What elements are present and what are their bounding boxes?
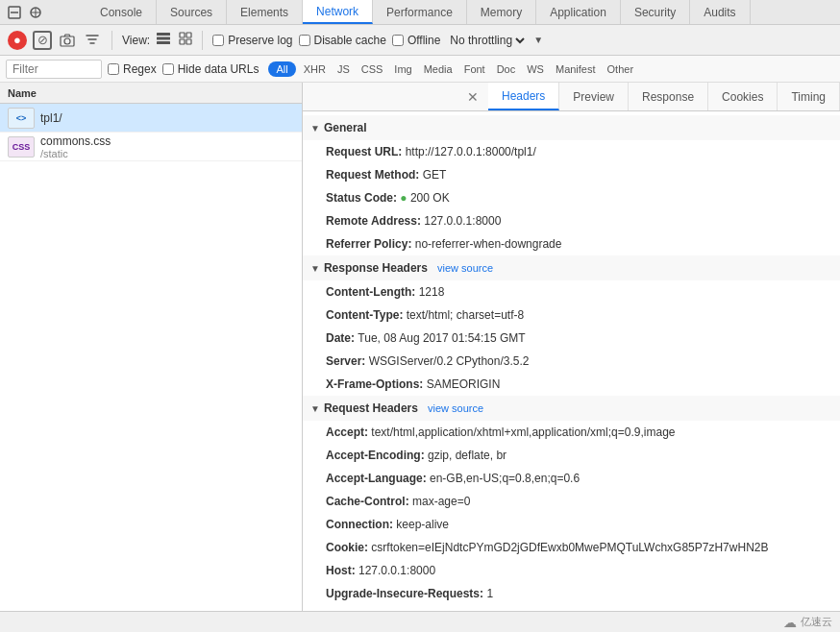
request-url-key: Request URL: — [326, 145, 406, 158]
filter-row: Regex Hide data URLs All XHR JS CSS Img … — [0, 56, 840, 83]
status-code-val: 200 OK — [410, 191, 450, 205]
filter-ws[interactable]: WS — [523, 61, 548, 77]
connection-row: Connection: keep-alive — [303, 513, 840, 536]
filter-font[interactable]: Font — [460, 61, 489, 77]
upgrade-insecure-key: Upgrade-Insecure-Requests: — [326, 587, 486, 600]
host-val: 127.0.0.1:8000 — [358, 564, 435, 577]
tab-response[interactable]: Response — [629, 83, 708, 110]
filter-all[interactable]: All — [268, 61, 295, 77]
offline-label[interactable]: Offline — [408, 34, 440, 47]
hide-data-checkbox[interactable] — [162, 63, 174, 75]
content-length-row: Content-Length: 1218 — [303, 280, 840, 304]
x-frame-row: X-Frame-Options: SAMEORIGIN — [303, 373, 840, 396]
preserve-log-label[interactable]: Preserve log — [228, 34, 292, 47]
tab-elements[interactable]: Elements — [227, 0, 303, 24]
tab-memory[interactable]: Memory — [467, 0, 536, 24]
camera-button[interactable] — [58, 31, 77, 50]
referrer-policy-row: Referrer Policy: no-referrer-when-downgr… — [303, 232, 840, 255]
response-headers-title: Response Headers — [324, 261, 428, 275]
preserve-log-checkbox[interactable] — [212, 35, 224, 46]
filter-input[interactable] — [6, 60, 102, 79]
filter-manifest[interactable]: Manifest — [552, 61, 600, 77]
request-headers-view-source[interactable]: view source — [428, 402, 483, 414]
general-title: General — [324, 121, 367, 134]
server-key: Server: — [326, 354, 369, 368]
response-headers-triangle-icon: ▼ — [310, 263, 320, 274]
referrer-policy-val: no-referrer-when-downgrade — [415, 237, 562, 251]
network-row-commons[interactable]: CSS commons.css /static — [0, 133, 302, 161]
throttle-dropdown-icon[interactable]: ▼ — [533, 35, 543, 45]
tab-audits[interactable]: Audits — [690, 0, 750, 24]
hide-data-label[interactable]: Hide data URLs — [178, 62, 259, 76]
network-row-tpl1[interactable]: <> tpl1/ — [0, 104, 302, 133]
record-button[interactable]: ● — [8, 31, 27, 50]
filter-toggle-button[interactable] — [83, 31, 102, 50]
upgrade-insecure-row: Upgrade-Insecure-Requests: 1 — [303, 582, 840, 605]
request-headers-section-header[interactable]: ▼ Request Headers view source — [303, 396, 840, 421]
server-row: Server: WSGIServer/0.2 CPython/3.5.2 — [303, 350, 840, 373]
referrer-policy-key: Referrer Policy: — [326, 237, 415, 251]
filter-xhr[interactable]: XHR — [300, 61, 330, 77]
content-type-key: Content-Type: — [326, 308, 407, 322]
disable-cache-label[interactable]: Disable cache — [314, 34, 386, 47]
watermark: ☁ 亿速云 — [783, 615, 832, 630]
tab-preview[interactable]: Preview — [559, 83, 629, 110]
preserve-log-group: Preserve log — [212, 34, 292, 47]
filter-media[interactable]: Media — [420, 61, 457, 77]
tab-console[interactable]: Console — [86, 0, 157, 24]
remote-address-key: Remote Address: — [326, 214, 424, 228]
svg-rect-10 — [180, 33, 185, 37]
cache-control-key: Cache-Control: — [326, 495, 412, 508]
remote-address-val: 127.0.0.1:8000 — [424, 214, 501, 228]
view-list-icon[interactable] — [156, 32, 171, 48]
view-grid-icon[interactable] — [179, 32, 192, 48]
request-headers-title: Request Headers — [324, 401, 418, 415]
request-url-row: Request URL: http://127.0.0.1:8000/tpl1/ — [303, 140, 840, 163]
general-section-header[interactable]: ▼ General — [303, 115, 840, 140]
main-content: Name <> tpl1/ CSS commons.css /static — [0, 83, 840, 611]
response-headers-section-header[interactable]: ▼ Response Headers view source — [303, 255, 840, 280]
regex-label[interactable]: Regex — [123, 62, 157, 76]
name-column-header: Name — [8, 87, 37, 99]
tab-headers[interactable]: Headers — [488, 83, 559, 110]
svg-rect-8 — [157, 37, 170, 40]
svg-rect-11 — [186, 33, 191, 37]
request-method-val: GET — [423, 168, 447, 182]
throttle-select[interactable]: No throttling — [446, 33, 528, 48]
tab-performance[interactable]: Performance — [373, 0, 467, 24]
regex-checkbox[interactable] — [108, 63, 119, 75]
status-code-key: Status Code: — [326, 191, 400, 205]
cursor-icon[interactable] — [6, 4, 23, 21]
tab-cookies[interactable]: Cookies — [708, 83, 778, 110]
filter-img[interactable]: Img — [390, 61, 415, 77]
inspect-icon[interactable] — [27, 4, 44, 21]
close-detail-button[interactable]: ✕ — [457, 83, 488, 110]
accept-val: text/html,application/xhtml+xml,applicat… — [371, 425, 675, 439]
right-panel: ✕ Headers Preview Response Cookies Timin… — [303, 83, 840, 611]
response-headers-view-source[interactable]: view source — [437, 262, 493, 274]
file-icon-html: <> — [8, 108, 35, 129]
filter-css[interactable]: CSS — [358, 61, 387, 77]
filter-doc[interactable]: Doc — [493, 61, 520, 77]
stop-button[interactable]: ⊘ — [33, 31, 52, 50]
filter-types: All XHR JS CSS Img Media Font Doc WS Man… — [268, 61, 637, 77]
view-label: View: — [122, 34, 150, 47]
x-frame-key: X-Frame-Options: — [326, 377, 427, 391]
disable-cache-checkbox[interactable] — [299, 35, 310, 46]
tab-application[interactable]: Application — [536, 0, 621, 24]
toolbar: ● ⊘ View: — [0, 25, 840, 56]
content-type-row: Content-Type: text/html; charset=utf-8 — [303, 304, 840, 327]
filter-other[interactable]: Other — [604, 61, 638, 77]
date-val: Tue, 08 Aug 2017 01:54:15 GMT — [358, 331, 525, 345]
server-val: WSGIServer/0.2 CPython/3.5.2 — [369, 354, 530, 368]
request-headers-triangle-icon: ▼ — [310, 403, 320, 414]
svg-rect-12 — [180, 39, 185, 44]
network-list: <> tpl1/ CSS commons.css /static — [0, 104, 302, 611]
tab-sources[interactable]: Sources — [157, 0, 227, 24]
accept-encoding-key: Accept-Encoding: — [326, 449, 428, 462]
offline-checkbox[interactable] — [392, 35, 404, 46]
filter-js[interactable]: JS — [334, 61, 354, 77]
tab-timing[interactable]: Timing — [778, 83, 840, 110]
tab-network[interactable]: Network — [303, 0, 373, 24]
tab-security[interactable]: Security — [621, 0, 690, 24]
